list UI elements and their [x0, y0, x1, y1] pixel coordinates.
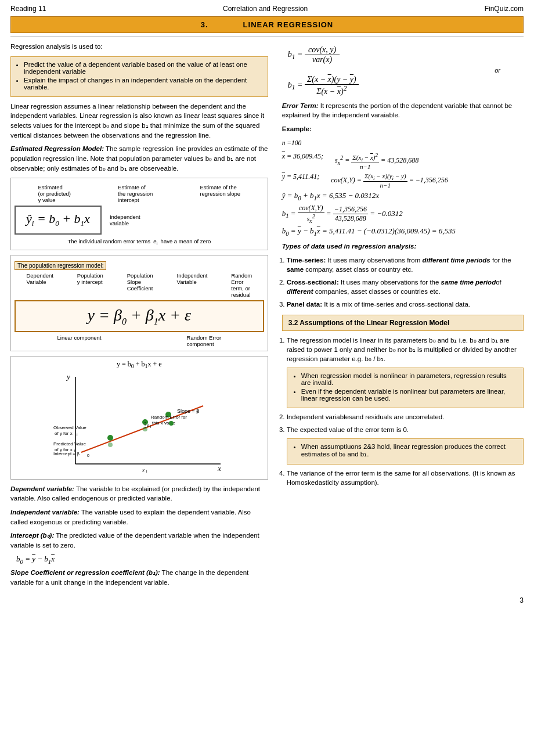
intercept-label: Intercept (b₀):	[10, 532, 54, 539]
svg-text:Random Error for: Random Error for	[151, 415, 187, 420]
b0-calc: b0 = y − b1x = 5,411.41 − (−0.0312)(36,0…	[282, 226, 524, 237]
type1-label: Time-series:	[287, 257, 326, 264]
header-left: Reading 11	[10, 5, 46, 13]
note-box-1: When regression model is nonlinear in pa…	[287, 368, 524, 408]
type1-item: Time-series: It uses many observations f…	[287, 255, 524, 274]
svg-point-5	[107, 435, 113, 441]
ann-regression-intercept: Estimate ofthe regressionintercept	[118, 184, 153, 203]
ind-var-para: Independent variable: The variable used …	[10, 507, 268, 527]
or-label: or	[282, 67, 500, 74]
example-label: Example:	[282, 124, 524, 134]
assump2-item: Independent variablesand residuals are u…	[287, 412, 524, 422]
dep-var-label: Dependent variable:	[10, 485, 74, 492]
ann-regression-slope: Estimate of theregression slope	[200, 184, 240, 203]
assumptions-list-3: The variance of the error term is the sa…	[287, 469, 524, 487]
section-title-bar: 3. LINEAR REGRESSION	[10, 16, 524, 33]
svg-text:Observed Value: Observed Value	[53, 425, 86, 430]
estimated-model-para: Estimated Regression Model: The sample r…	[10, 144, 268, 173]
ann-independent-variable: Independentvariable	[110, 214, 140, 226]
graph-diagram: y = b0 + b1x + e y x e	[10, 356, 268, 479]
section-title: LINEAR REGRESSION	[243, 20, 334, 29]
svg-text:i: i	[77, 433, 78, 437]
assump3-item: The expected value of the error term is …	[287, 425, 524, 434]
dep-var-para: Dependent variable: The variable to be e…	[10, 484, 268, 503]
n-value: n =100	[282, 138, 524, 148]
bullet1: Predict the value of a dependent variabl…	[24, 61, 262, 75]
b0-formula: b0 = y − b1x	[16, 555, 268, 565]
population-diagram: The population regression model: Depende…	[10, 255, 268, 352]
type3-text: It is a mix of time-series and cross-sec…	[324, 301, 470, 308]
svg-text:y: y	[66, 372, 70, 381]
highlight-box-intro: Predict the value of a dependent variabl…	[10, 56, 268, 97]
intercept-para: Intercept (b₀): The predicted value of t…	[10, 531, 268, 550]
b1-sum-formula: b1 = Σ(x − x)(y − y) Σ(x − x)2	[288, 75, 524, 96]
divider	[10, 37, 524, 37]
ann-random-error: RandomErrorterm, orresidual	[231, 272, 252, 298]
right-col: b1 = cov(x, y) var(x) or b1 = Σ(x − x)(y…	[277, 42, 524, 592]
estimated-diagram: Estimated(or predicted)y value Estimate …	[10, 178, 268, 250]
ann-pop-y-intercept: Populationy intercept	[77, 272, 103, 298]
note1-b2: Even if the dependent variable is nonlin…	[301, 388, 517, 402]
estimated-label: Estimated Regression Model:	[10, 145, 104, 152]
note2-text: When assumptiuons 2&3 hold, linear regre…	[301, 443, 517, 458]
ind-var-label: Independent variable:	[10, 509, 80, 516]
header-right: FinQuiz.com	[485, 5, 524, 13]
note-box-2: When assumptiuons 2&3 hold, linear regre…	[287, 438, 524, 465]
error-terms-label: The individual random error terms ei hav…	[15, 238, 264, 246]
ann-random-error-component: Random Errorcomponent	[187, 334, 222, 347]
svg-text:of y for x: of y for x	[55, 431, 73, 436]
svg-point-8	[108, 442, 113, 447]
ann-pop-slope: PopulationSlopeCoefficient	[127, 272, 153, 298]
yhat-calc: ŷ = b0 + b1x = 6,535 − 0.0312x	[282, 191, 524, 201]
intro-text: Regression analysis is used to:	[10, 42, 268, 52]
types-label: Types of data used in regression analysi…	[282, 242, 524, 251]
type2-label: Cross-sectional:	[287, 279, 339, 286]
regression-graph: y x e i x i Slope = β	[52, 371, 226, 476]
example-formulas: x = 36,009.45; sx2 = Σ(xi − x)2 n−1 = 43…	[282, 152, 524, 237]
estimated-formula: ŷi = b0 + b1x	[15, 206, 102, 234]
pop-model-label: The population regression model:	[15, 261, 106, 270]
type3-label: Panel data:	[287, 301, 322, 308]
svg-text:of y for x: of y for x	[55, 447, 73, 452]
assumptions-list: The regression model is linear in its pa…	[287, 336, 524, 363]
section-number: 3.	[201, 20, 208, 29]
ybar-formula: y = 5,411.41;	[282, 172, 320, 181]
graph-equation: y = b0 + b1x + e	[15, 360, 264, 369]
xbar-formula: x = 36,009.45;	[282, 152, 323, 161]
pop-formula: y = β0 + β1x + ε	[88, 306, 191, 324]
header: Reading 11 Correlation and Regression Fi…	[0, 0, 534, 15]
assumptions-list-2: Independent variablesand residuals are u…	[287, 412, 524, 434]
bullet2: Explain the impact of changes in an inde…	[24, 77, 262, 91]
svg-text:1: 1	[196, 408, 199, 412]
section-32-title: 3.2 Assumptions of the Linear Regression…	[282, 315, 524, 331]
svg-point-27	[169, 421, 174, 426]
ann-linear-component: Linear component	[57, 334, 101, 347]
assump4-item: The variance of the error term is the sa…	[287, 469, 524, 487]
header-center: Correlation and Regression	[223, 5, 308, 13]
type2-item: Cross-sectional: It uses many observatio…	[287, 278, 524, 296]
type3-item: Panel data: It is a mix of time-series a…	[287, 300, 524, 309]
svg-text:x: x	[142, 467, 145, 473]
svg-text:e: e	[147, 422, 149, 428]
para1: Linear regression assumes a linear relat…	[10, 102, 268, 141]
main-content: Regression analysis is used to: Predict …	[0, 42, 534, 592]
svg-text:Predicted Value: Predicted Value	[53, 441, 86, 447]
slope-para: Slope Coefficient or regression coeffici…	[10, 568, 268, 587]
svg-text:x: x	[217, 464, 221, 473]
assump1-item: The regression model is linear in its pa…	[287, 336, 524, 363]
page-number: 3	[0, 592, 534, 609]
b1-calc: b1 = cov(X,Y) sx2 = −1,356,256 43,528,68…	[282, 204, 524, 224]
cov-formula: cov(X,Y) = Σ(xi − x)(yi − y) n−1 = −1,35…	[331, 172, 448, 189]
svg-text:i: i	[146, 469, 147, 473]
svg-text:0: 0	[87, 453, 89, 458]
ann-estimated-y: Estimated(or predicted)y value	[38, 184, 71, 203]
ann-pop-ind-var: IndependentVariable	[177, 272, 208, 298]
error-term-para: Error Term: It represents the portion of…	[282, 101, 524, 120]
slope-label: Slope Coefficient or regression coeffici…	[10, 569, 160, 576]
assump1-text: The regression model is linear in its pa…	[287, 337, 517, 362]
note1-b1: When regression model is nonlinear in pa…	[301, 372, 517, 386]
ann-dep-var: DependentVariable	[26, 272, 53, 298]
error-term-label: Error Term:	[282, 102, 319, 109]
b1-cov-formula: b1 = cov(x, y) var(x)	[288, 45, 524, 64]
left-col: Regression analysis is used to: Predict …	[10, 42, 277, 592]
